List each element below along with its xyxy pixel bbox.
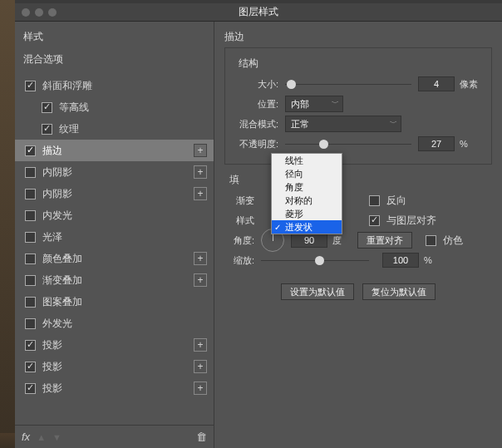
add-effect-icon[interactable]: + — [194, 252, 207, 265]
move-up-icon[interactable]: ▲ — [37, 432, 46, 442]
scale-label: 缩放: — [224, 254, 261, 267]
angle-label: 角度: — [224, 234, 261, 247]
effect-label: 光泽 — [42, 230, 207, 244]
effect-row[interactable]: 投影+ — [15, 356, 214, 377]
right-panel: 描边 结构 大小: 4 像素 位置: 内部 混合模式: 正常 — [214, 22, 502, 448]
scale-row: 缩放: 100 % — [224, 250, 492, 270]
effect-label: 等高线 — [59, 101, 207, 115]
effect-label: 纹理 — [59, 122, 207, 136]
effect-label: 图案叠加 — [42, 295, 207, 309]
effect-row[interactable]: 投影+ — [15, 377, 214, 399]
effect-row[interactable]: 斜面和浮雕 — [15, 75, 214, 96]
add-effect-icon[interactable]: + — [194, 165, 207, 179]
left-panel: 样式 混合选项 斜面和浮雕等高线纹理描边+内阴影+内阴影+内发光光泽颜色叠加+渐… — [15, 22, 214, 448]
effect-checkbox[interactable] — [25, 189, 36, 199]
effect-checkbox[interactable] — [25, 362, 36, 372]
dropdown-item[interactable]: 角度 — [272, 180, 342, 194]
size-unit: 像素 — [460, 78, 483, 91]
effect-row[interactable]: 内阴影+ — [15, 183, 214, 204]
dropdown-item[interactable]: 径向 — [272, 167, 342, 180]
effect-row[interactable]: 外发光 — [15, 313, 214, 334]
add-effect-icon[interactable]: + — [194, 144, 207, 157]
dropdown-item[interactable]: 迸发状 — [272, 220, 342, 234]
reset-default-button[interactable]: 复位为默认值 — [362, 283, 436, 300]
effect-row[interactable]: 光泽 — [15, 226, 214, 248]
add-effect-icon[interactable]: + — [194, 382, 207, 395]
blend-options[interactable]: 混合选项 — [15, 49, 214, 75]
effect-label: 内发光 — [42, 209, 207, 223]
gradient-row: 渐变 反向 — [224, 190, 492, 210]
fx-menu[interactable]: fx — [22, 431, 30, 443]
angle-row: 角度: 90 度 重置对齐 仿色 — [224, 230, 492, 250]
opacity-slider[interactable] — [285, 138, 411, 150]
add-effect-icon[interactable]: + — [194, 273, 207, 287]
effect-checkbox[interactable] — [42, 102, 52, 113]
window-title: 图层样式 — [15, 5, 502, 19]
effect-checkbox[interactable] — [42, 124, 52, 135]
default-buttons: 设置为默认值 复位为默认值 — [224, 283, 492, 300]
panel-title: 描边 — [224, 30, 492, 44]
effect-label: 内阴影 — [42, 187, 194, 201]
effect-label: 投影 — [42, 360, 194, 374]
reset-align-button[interactable]: 重置对齐 — [357, 232, 412, 249]
position-select[interactable]: 内部 — [285, 96, 343, 112]
add-effect-icon[interactable]: + — [194, 338, 207, 352]
reverse-checkbox[interactable] — [369, 195, 380, 206]
effect-checkbox[interactable] — [25, 275, 36, 286]
align-checkbox[interactable] — [369, 215, 380, 226]
size-slider[interactable] — [285, 78, 411, 90]
effect-row[interactable]: 图案叠加 — [15, 291, 214, 313]
structure-label: 结构 — [239, 57, 483, 71]
effect-label: 描边 — [42, 144, 194, 158]
dropdown-item[interactable]: 线性 — [272, 154, 342, 167]
effect-checkbox[interactable] — [25, 210, 36, 221]
effect-label: 内阴影 — [42, 165, 194, 180]
blend-mode-select[interactable]: 正常 — [285, 116, 401, 132]
effect-row[interactable]: 内阴影+ — [15, 161, 214, 183]
effect-row[interactable]: 描边+ — [15, 140, 214, 161]
effect-checkbox[interactable] — [25, 145, 36, 156]
size-label: 大小: — [234, 78, 285, 91]
make-default-button[interactable]: 设置为默认值 — [281, 283, 354, 300]
align-label: 与图层对齐 — [386, 214, 436, 228]
dialog-body: 样式 混合选项 斜面和浮雕等高线纹理描边+内阴影+内阴影+内发光光泽颜色叠加+渐… — [15, 22, 502, 448]
position-row: 位置: 内部 — [234, 94, 483, 114]
effect-checkbox[interactable] — [25, 383, 36, 394]
effect-row[interactable]: 颜色叠加+ — [15, 248, 214, 269]
effects-list: 斜面和浮雕等高线纹理描边+内阴影+内阴影+内发光光泽颜色叠加+渐变叠加+图案叠加… — [15, 75, 214, 425]
dropdown-item[interactable]: 对称的 — [272, 194, 342, 207]
dither-label: 仿色 — [443, 234, 463, 248]
angle-input[interactable]: 90 — [291, 233, 327, 248]
effect-row[interactable]: 投影+ — [15, 334, 214, 356]
gradient-label: 渐变 — [224, 194, 261, 207]
effect-label: 斜面和浮雕 — [42, 79, 207, 93]
add-effect-icon[interactable]: + — [194, 187, 207, 200]
dither-checkbox[interactable] — [426, 235, 436, 246]
style-dropdown[interactable]: 线性径向角度对称的菱形迸发状 — [271, 153, 342, 234]
dropdown-item[interactable]: 菱形 — [272, 207, 342, 220]
effect-row[interactable]: 等高线 — [15, 96, 214, 118]
effect-row[interactable]: 内发光 — [15, 204, 214, 226]
effect-checkbox[interactable] — [25, 318, 36, 329]
layer-style-dialog: 图层样式 样式 混合选项 斜面和浮雕等高线纹理描边+内阴影+内阴影+内发光光泽颜… — [15, 3, 502, 448]
effect-checkbox[interactable] — [25, 232, 36, 243]
opacity-input[interactable]: 27 — [418, 136, 455, 151]
effect-checkbox[interactable] — [25, 81, 36, 91]
size-input[interactable]: 4 — [418, 76, 455, 91]
effect-row[interactable]: 纹理 — [15, 118, 214, 140]
effect-checkbox[interactable] — [25, 297, 36, 308]
effect-checkbox[interactable] — [25, 254, 36, 264]
trash-icon[interactable]: 🗑 — [196, 431, 207, 443]
style-row: 样式 与图层对齐 — [224, 210, 492, 230]
effect-checkbox[interactable] — [25, 167, 36, 178]
move-down-icon[interactable]: ▼ — [52, 432, 62, 442]
scale-unit: % — [424, 255, 447, 265]
styles-header[interactable]: 样式 — [15, 28, 214, 49]
effect-row[interactable]: 渐变叠加+ — [15, 269, 214, 291]
effect-label: 颜色叠加 — [42, 252, 194, 266]
effect-checkbox[interactable] — [25, 340, 36, 351]
add-effect-icon[interactable]: + — [194, 360, 207, 373]
effect-label: 投影 — [42, 338, 194, 352]
scale-slider[interactable] — [261, 254, 369, 266]
scale-input[interactable]: 100 — [382, 253, 419, 268]
